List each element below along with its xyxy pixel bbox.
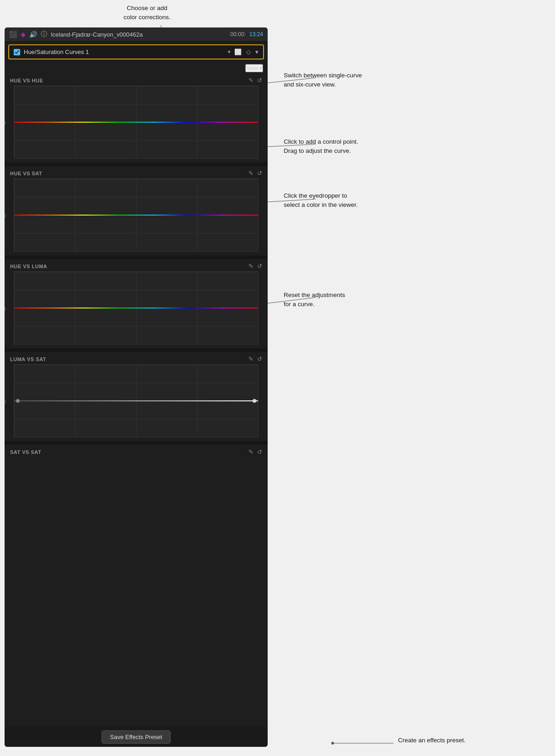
effect-settings-icon[interactable]: ◇ — [246, 49, 251, 55]
svg-point-11 — [331, 742, 334, 745]
curve-hue-hue-label: HUE vs HUE — [10, 78, 43, 83]
curve-section-hue-vs-hue: HUE vs HUE ✎ ↺ ◎ — [5, 73, 268, 159]
hue-hue-eye-icon: ◎ — [5, 119, 6, 126]
curve-hue-luma-canvas[interactable] — [14, 271, 259, 345]
effect-header: Hue/Saturation Curves 1 ▾ ⬜ ◇ ▾ — [8, 44, 264, 59]
curve-hue-hue-actions: ✎ ↺ — [248, 77, 262, 84]
bottom-bar: Save Effects Preset — [5, 727, 268, 747]
curve-hue-hue-canvas[interactable] — [14, 86, 259, 159]
curve-section-luma-vs-sat: LUMA vs SAT ✎ ↺ ◎ — [5, 352, 268, 437]
eyedropper-luma-sat-icon[interactable]: ✎ — [248, 356, 253, 362]
separator-1 — [5, 162, 268, 166]
curve-hue-luma-header: HUE vs LUMA ✎ ↺ — [5, 259, 268, 271]
annotation-view: Switch between single-curveand six-curve… — [284, 71, 362, 89]
curve-hue-hue-header: HUE vs HUE ✎ ↺ — [5, 73, 268, 86]
save-effects-preset-button[interactable]: Save Effects Preset — [102, 730, 171, 744]
hue-hue-rainbow-line — [14, 122, 258, 123]
toolbar: ⬛ ◆ 🔊 ⓘ Iceland-Fjadrar-Canyon_v000462a … — [5, 27, 268, 42]
filename: Iceland-Fjadrar-Canyon_v000462a — [51, 31, 227, 38]
luma-sat-eye-icon: ◎ — [5, 398, 6, 405]
timecode-end: 13:24 — [249, 31, 263, 38]
curve-section-hue-vs-luma: HUE vs LUMA ✎ ↺ ◎ — [5, 259, 268, 345]
curve-luma-sat-label: LUMA vs SAT — [10, 356, 46, 362]
view-chevron-icon: ▾ — [259, 65, 262, 71]
info-icon: ⓘ — [41, 30, 47, 38]
hue-luma-eye-icon: ◎ — [5, 305, 6, 312]
effect-more-icon[interactable]: ▾ — [255, 49, 259, 55]
curve-sat-sat-header: SAT vs SAT ✎ ↺ — [5, 445, 268, 457]
curve-sat-sat-label: SAT vs SAT — [10, 449, 41, 455]
effect-dropdown-icon[interactable]: ▾ — [228, 49, 231, 55]
curve-luma-sat-actions: ✎ ↺ — [248, 356, 262, 362]
hue-sat-eye-icon: ◎ — [5, 212, 6, 219]
curve-hue-luma-label: HUE vs LUMA — [10, 264, 47, 269]
eyedropper-hue-sat-icon[interactable]: ✎ — [248, 170, 253, 177]
film-icon: ⬛ — [9, 31, 17, 38]
separator-2 — [5, 255, 268, 259]
eyedropper-hue-luma-icon[interactable]: ✎ — [248, 263, 253, 270]
curve-hue-sat-header: HUE vs SAT ✎ ↺ — [5, 166, 268, 178]
color-icon: ◆ — [21, 31, 26, 38]
separator-3 — [5, 348, 268, 352]
luma-sat-left-dot — [16, 399, 20, 403]
curve-hue-luma-actions: ✎ ↺ — [248, 263, 262, 270]
effect-mask-icon[interactable]: ⬜ — [234, 49, 242, 55]
curve-luma-sat-header: LUMA vs SAT ✎ ↺ — [5, 352, 268, 364]
curve-luma-sat-canvas[interactable] — [14, 364, 259, 437]
main-panel: ⬛ ◆ 🔊 ⓘ Iceland-Fjadrar-Canyon_v000462a … — [5, 27, 268, 747]
view-button[interactable]: View ▾ — [245, 64, 263, 72]
hue-sat-rainbow-line — [14, 215, 258, 216]
eyedropper-sat-sat-icon[interactable]: ✎ — [248, 448, 253, 455]
curve-sat-sat-actions: ✎ ↺ — [248, 448, 262, 455]
reset-luma-sat-icon[interactable]: ↺ — [257, 356, 262, 362]
eyedropper-hue-hue-icon[interactable]: ✎ — [248, 77, 253, 84]
annotation-reset: Reset the adjustmentsfor a curve. — [284, 291, 345, 308]
luma-sat-white-line — [14, 400, 258, 401]
curve-hue-sat-canvas[interactable] — [14, 178, 259, 252]
annotation-eyedropper: Click the eyedropper toselect a color in… — [284, 191, 358, 209]
curve-hue-sat-label: HUE vs SAT — [10, 171, 42, 176]
curve-hue-sat-actions: ✎ ↺ — [248, 170, 262, 177]
annotation-preset: Create an effects preset. — [398, 736, 466, 745]
curve-section-sat-vs-sat: SAT vs SAT ✎ ↺ — [5, 445, 268, 457]
effect-name: Hue/Saturation Curves 1 — [24, 49, 224, 55]
view-row: View ▾ — [5, 62, 268, 73]
effect-icons: ⬜ ◇ ▾ — [234, 49, 259, 55]
annotation-control-point: Click to add a control point.Drag to adj… — [284, 137, 358, 155]
annotation-top: Choose or addcolor corrections. — [124, 4, 171, 22]
reset-hue-luma-icon[interactable]: ↺ — [257, 263, 262, 270]
reset-hue-hue-icon[interactable]: ↺ — [257, 77, 262, 84]
luma-sat-right-dot — [253, 399, 256, 403]
curve-section-hue-vs-sat: HUE vs SAT ✎ ↺ ◎ — [5, 166, 268, 252]
effect-enable-checkbox[interactable] — [14, 49, 20, 55]
timecode-start: 00:00: — [231, 31, 246, 38]
separator-4 — [5, 441, 268, 445]
reset-hue-sat-icon[interactable]: ↺ — [257, 170, 262, 177]
audio-icon: 🔊 — [29, 31, 37, 38]
hue-luma-rainbow-line — [14, 308, 258, 308]
reset-sat-sat-icon[interactable]: ↺ — [257, 448, 262, 455]
